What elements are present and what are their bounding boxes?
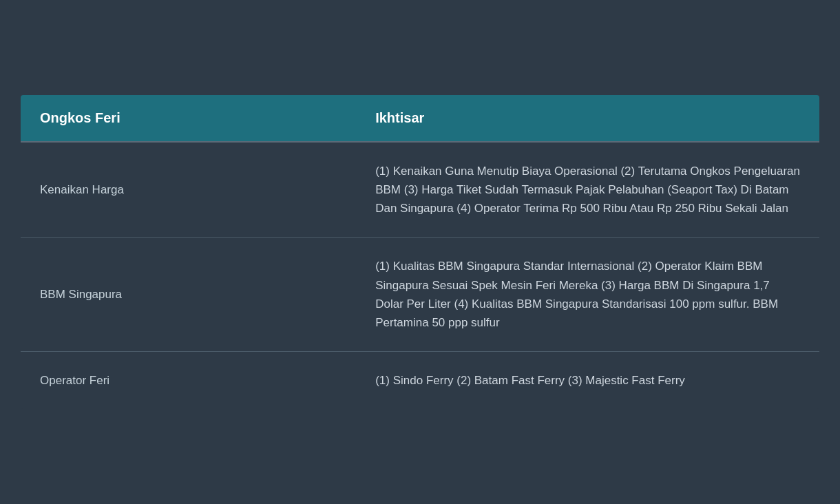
header-col1: Ongkos Feri	[21, 95, 356, 142]
row-label: BBM Singapura	[21, 238, 356, 352]
ferry-table: Ongkos Feri Ikhtisar Kenaikan Harga (1) …	[21, 95, 819, 410]
table-row: Kenaikan Harga (1) Kenaikan Guna Menutip…	[21, 142, 819, 238]
table-row: Operator Feri (1) Sindo Ferry (2) Batam …	[21, 352, 819, 410]
table-row: BBM Singapura (1) Kualitas BBM Singapura…	[21, 238, 819, 352]
row-label: Kenaikan Harga	[21, 142, 356, 238]
row-description: (1) Sindo Ferry (2) Batam Fast Ferry (3)…	[356, 352, 819, 410]
row-description: (1) Kualitas BBM Singapura Standar Inter…	[356, 238, 819, 352]
main-table-container: Ongkos Feri Ikhtisar Kenaikan Harga (1) …	[21, 95, 819, 410]
row-description: (1) Kenaikan Guna Menutip Biaya Operasio…	[356, 142, 819, 238]
header-col2: Ikhtisar	[356, 95, 819, 142]
row-label: Operator Feri	[21, 352, 356, 410]
table-header-row: Ongkos Feri Ikhtisar	[21, 95, 819, 142]
